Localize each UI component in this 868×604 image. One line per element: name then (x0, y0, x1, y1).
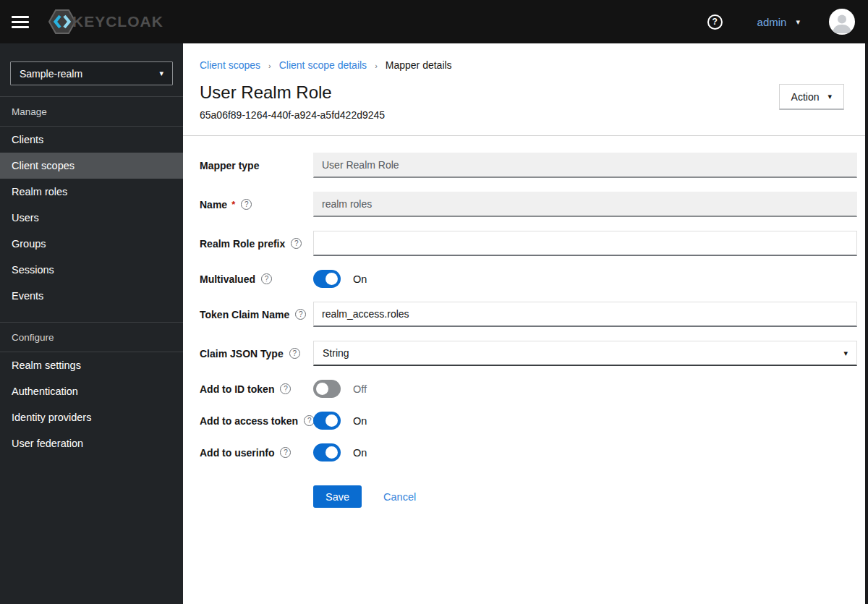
nav-section-manage: Manage Clients Client scopes Realm roles… (0, 96, 183, 309)
help-question-icon[interactable]: ? (295, 309, 306, 320)
add-to-userinfo-toggle[interactable] (313, 443, 341, 461)
nav-section-title: Configure (0, 322, 183, 352)
sidebar-item-realm-roles[interactable]: Realm roles (0, 179, 183, 205)
keycloak-wordmark: KEYCLOAK (72, 13, 163, 30)
cancel-link[interactable]: Cancel (383, 491, 416, 503)
breadcrumb-client-scope-details[interactable]: Client scope details (279, 59, 367, 71)
keycloak-logo: KEYCLOAK (48, 9, 163, 35)
realm-selector-value: Sample-realm (20, 68, 82, 80)
avatar (829, 9, 855, 35)
multivalued-label: Multivalued ? (200, 273, 313, 285)
sidebar-item-groups[interactable]: Groups (0, 231, 183, 257)
add-to-access-token-label: Add to access token ? (200, 415, 313, 427)
help-question-icon[interactable]: ? (261, 273, 272, 284)
mapper-type-label: Mapper type (200, 160, 313, 171)
caret-down-icon: ▾ (796, 17, 800, 27)
help-question-icon[interactable]: ? (280, 447, 291, 458)
sidebar: Sample-realm ▾ Manage Clients Client sco… (0, 43, 183, 604)
help-question-icon[interactable]: ? (289, 348, 300, 359)
form-row-claim-json-type: Claim JSON Type ? String ▾ (200, 341, 857, 366)
add-to-id-token-state: Off (353, 383, 367, 395)
nav-section-title: Manage (0, 96, 183, 127)
chevron-right-icon: › (375, 61, 378, 70)
page-header: Client scopes › Client scope details › M… (183, 43, 868, 136)
sidebar-item-identity-providers[interactable]: Identity providers (0, 404, 183, 430)
mapper-type-input (313, 153, 857, 178)
name-input (313, 192, 857, 217)
breadcrumb-client-scopes[interactable]: Client scopes (200, 59, 260, 71)
name-label: Name * ? (200, 199, 313, 210)
masthead: KEYCLOAK ? admin ▾ (0, 0, 868, 43)
realm-selector[interactable]: Sample-realm ▾ (10, 61, 173, 85)
token-claim-name-label: Token Claim Name ? (200, 309, 313, 320)
form-row-realm-role-prefix: Realm Role prefix ? (200, 231, 857, 256)
chevron-right-icon: › (268, 61, 271, 70)
action-dropdown-label: Action (791, 91, 820, 103)
form-row-add-to-userinfo: Add to userinfo ? On (200, 443, 857, 461)
form-actions: Save Cancel (200, 485, 857, 508)
add-to-id-token-toggle[interactable] (313, 380, 341, 398)
action-dropdown-button[interactable]: Action ▾ (779, 84, 844, 110)
user-menu[interactable]: admin ▾ (757, 16, 800, 28)
breadcrumb: Client scopes › Client scope details › M… (200, 59, 844, 71)
sidebar-item-user-federation[interactable]: User federation (0, 430, 183, 456)
caret-down-icon: ▾ (159, 69, 163, 78)
help-icon[interactable]: ? (707, 14, 723, 30)
content-area: Client scopes › Client scope details › M… (183, 43, 868, 604)
form-row-token-claim-name: Token Claim Name ? (200, 302, 857, 327)
mapper-form: Mapper type Name * ? Realm Role pref (183, 136, 868, 508)
sidebar-item-clients[interactable]: Clients (0, 127, 183, 153)
form-row-add-to-access-token: Add to access token ? On (200, 412, 857, 430)
multivalued-state: On (353, 273, 367, 285)
add-to-id-token-label: Add to ID token ? (200, 383, 313, 395)
required-asterisk: * (231, 199, 235, 210)
form-row-multivalued: Multivalued ? On (200, 270, 857, 288)
realm-role-prefix-input[interactable] (313, 231, 857, 256)
realm-role-prefix-label: Realm Role prefix ? (200, 238, 313, 250)
scrollbar-track[interactable] (865, 43, 868, 604)
nav-section-configure: Configure Realm settings Authentication … (0, 322, 183, 456)
claim-json-type-select[interactable]: String ▾ (313, 341, 857, 366)
sidebar-item-events[interactable]: Events (0, 283, 183, 309)
sidebar-item-sessions[interactable]: Sessions (0, 257, 183, 283)
save-button[interactable]: Save (313, 485, 362, 508)
add-to-userinfo-label: Add to userinfo ? (200, 447, 313, 459)
sidebar-item-authentication[interactable]: Authentication (0, 378, 183, 404)
claim-json-type-label: Claim JSON Type ? (200, 348, 313, 360)
help-question-icon[interactable]: ? (241, 199, 252, 210)
sidebar-item-users[interactable]: Users (0, 205, 183, 231)
mapper-id: 65a06f89-1264-440f-a924-a5fd422d9245 (200, 109, 385, 121)
add-to-userinfo-state: On (353, 447, 367, 459)
username-label: admin (757, 16, 787, 28)
multivalued-toggle[interactable] (313, 270, 341, 288)
help-question-icon[interactable]: ? (280, 383, 291, 394)
caret-down-icon: ▾ (843, 349, 848, 358)
caret-down-icon: ▾ (827, 92, 832, 101)
form-row-name: Name * ? (200, 192, 857, 217)
add-to-access-token-state: On (353, 415, 367, 427)
help-question-icon[interactable]: ? (291, 238, 302, 249)
breadcrumb-mapper-details: Mapper details (386, 59, 452, 71)
form-row-add-to-id-token: Add to ID token ? Off (200, 380, 857, 398)
claim-json-type-value: String (323, 347, 349, 359)
page-title: User Realm Role (200, 82, 385, 103)
form-row-mapper-type: Mapper type (200, 153, 857, 178)
add-to-access-token-toggle[interactable] (313, 412, 341, 430)
sidebar-item-client-scopes[interactable]: Client scopes (0, 153, 183, 179)
hamburger-menu-icon[interactable] (12, 16, 29, 28)
sidebar-item-realm-settings[interactable]: Realm settings (0, 352, 183, 378)
token-claim-name-input[interactable] (313, 302, 857, 327)
